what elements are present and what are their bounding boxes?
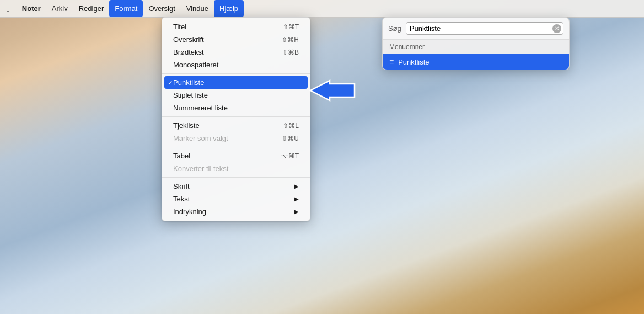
menu-item-titel[interactable]: Titel ⇧⌘T: [162, 20, 310, 33]
tekst-arrow-icon: ▶: [294, 196, 299, 202]
tjekliste-label: Tjekliste: [173, 121, 200, 130]
overskrift-shortcut: ⇧⌘H: [282, 36, 299, 44]
marker-som-valgt-shortcut: ⇧⌘U: [282, 135, 299, 142]
menu-item-stiplet-liste[interactable]: Stiplet liste: [162, 89, 310, 102]
menubar-rediger[interactable]: Rediger: [73, 0, 110, 17]
help-search-input-wrapper: ✕: [406, 22, 564, 35]
clear-search-button[interactable]: ✕: [552, 24, 561, 33]
separator-1: [162, 73, 310, 74]
menubar-hjælp[interactable]: Hjælp: [214, 0, 244, 17]
help-search-bar: Søg ✕: [383, 18, 569, 40]
indrykning-label: Indrykning: [173, 207, 206, 216]
overskrift-label: Overskrift: [173, 35, 204, 44]
pointer-arrow: [308, 79, 357, 102]
menu-item-monospatieret[interactable]: Monospatieret: [162, 58, 310, 71]
brødtekst-label: Brødtekst: [173, 48, 204, 56]
check-icon: ✓: [168, 79, 173, 87]
menu-item-tjekliste[interactable]: Tjekliste ⇧⌘L: [162, 119, 310, 132]
tekst-label: Tekst: [173, 195, 190, 203]
tabel-label: Tabel: [173, 152, 190, 160]
punktliste-label: Punktliste: [173, 78, 204, 87]
list-icon: ≡: [389, 57, 394, 66]
stiplet-liste-label: Stiplet liste: [173, 91, 208, 99]
titel-shortcut: ⇧⌘T: [283, 23, 299, 31]
konverter-til-tekst-label: Konverter til tekst: [173, 164, 228, 173]
brødtekst-shortcut: ⇧⌘B: [282, 49, 299, 56]
menu-item-indrykning[interactable]: Indrykning ▶: [162, 205, 310, 218]
indrykning-arrow-icon: ▶: [294, 209, 299, 215]
menubar-arkiv[interactable]: Arkiv: [46, 0, 73, 17]
skrift-label: Skrift: [173, 182, 190, 190]
menubar-format[interactable]: Format: [109, 0, 143, 17]
skrift-arrow-icon: ▶: [294, 183, 299, 189]
menu-item-overskrift[interactable]: Overskrift ⇧⌘H: [162, 33, 310, 46]
tjekliste-shortcut: ⇧⌘L: [283, 122, 299, 130]
separator-4: [162, 177, 310, 178]
help-results: Menuemner ≡ Punktliste: [383, 40, 569, 70]
help-search-input[interactable]: [406, 22, 564, 35]
marker-som-valgt-label: Marker som valgt: [173, 134, 228, 142]
menu-item-tekst[interactable]: Tekst ▶: [162, 193, 310, 205]
help-search-label: Søg: [388, 24, 401, 33]
nummereret-liste-label: Nummereret liste: [173, 104, 228, 112]
menu-item-tabel[interactable]: Tabel ⌥⌘T: [162, 150, 310, 162]
menubar-vindue[interactable]: Vindue: [181, 0, 214, 17]
separator-2: [162, 116, 310, 117]
titel-label: Titel: [173, 23, 186, 31]
menu-item-marker-som-valgt: Marker som valgt ⇧⌘U: [162, 132, 310, 145]
apple-menu[interactable]: : [0, 0, 17, 17]
separator-3: [162, 147, 310, 147]
help-search-popup: Søg ✕ Menuemner ≡ Punktliste: [382, 17, 570, 70]
menu-item-skrift[interactable]: Skrift ▶: [162, 180, 310, 193]
menu-item-brødtekst[interactable]: Brødtekst ⇧⌘B: [162, 46, 310, 58]
menu-item-punktliste[interactable]: ✓ Punktliste: [164, 76, 308, 89]
help-result-punktliste[interactable]: ≡ Punktliste: [383, 54, 569, 70]
menubar-noter[interactable]: Noter: [17, 0, 46, 17]
monospatieret-label: Monospatieret: [173, 61, 218, 69]
help-results-header: Menuemner: [383, 40, 569, 54]
tabel-shortcut: ⌥⌘T: [281, 152, 299, 160]
format-dropdown: Titel ⇧⌘T Overskrift ⇧⌘H Brødtekst ⇧⌘B M…: [162, 17, 310, 221]
help-result-label: Punktliste: [398, 58, 429, 66]
menubar:  Noter Arkiv Rediger Format Oversigt Vi…: [0, 0, 644, 18]
menu-item-konverter-til-tekst: Konverter til tekst: [162, 162, 310, 175]
menu-item-nummereret-liste[interactable]: Nummereret liste: [162, 102, 310, 114]
menubar-oversigt[interactable]: Oversigt: [143, 0, 180, 17]
results-header-label: Menuemner: [389, 43, 425, 51]
